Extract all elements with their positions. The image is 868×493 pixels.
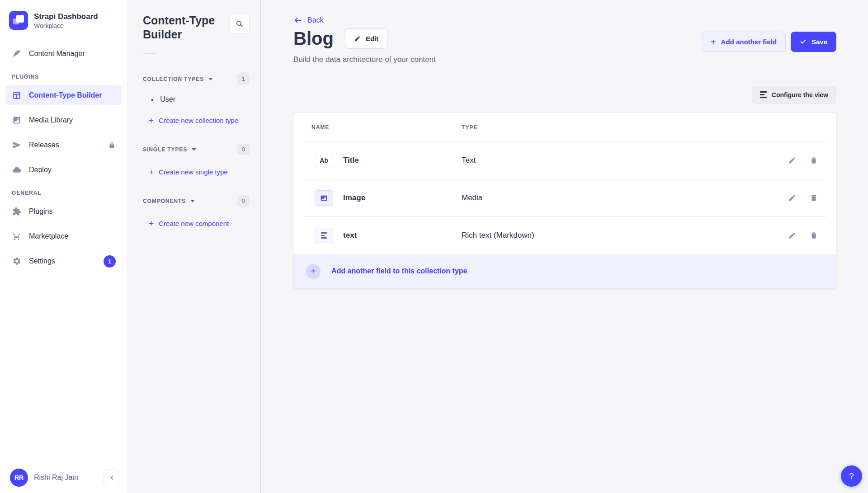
sidebar-nav: Content Manager PLUGINS Content-Type Bui… — [0, 40, 127, 462]
trash-icon — [810, 194, 818, 202]
text-field-icon-label: Ab — [320, 157, 328, 164]
add-another-field-button[interactable]: + Add another field — [702, 32, 786, 52]
components-count-badge: 0 — [237, 195, 250, 207]
create-new-component-link[interactable]: + Create new component — [143, 219, 250, 228]
field-name: text — [343, 231, 357, 240]
collection-types-section-header[interactable]: COLLECTION TYPES 1 — [143, 73, 250, 85]
chevron-left-icon — [109, 474, 115, 481]
sidebar-item-content-type-builder[interactable]: Content-Type Builder — [5, 85, 122, 105]
sidebar-item-label: Deploy — [29, 166, 52, 174]
sidebar-item-label: Content-Type Builder — [29, 91, 102, 99]
save-label: Save — [811, 38, 827, 46]
field-type: Text — [462, 156, 788, 165]
back-link[interactable]: Back — [293, 16, 324, 25]
delete-field-button[interactable] — [809, 193, 818, 202]
bullet-icon: • — [151, 96, 153, 103]
create-new-single-type-link[interactable]: + Create new single type — [143, 168, 250, 176]
configure-view-label: Configure the view — [772, 91, 828, 99]
add-field-to-collection-button[interactable]: + Add another field to this collection t… — [293, 254, 836, 288]
gear-icon — [12, 256, 22, 266]
page-title: Blog — [293, 28, 334, 49]
lock-icon — [108, 141, 116, 149]
sidebar-item-media-library[interactable]: Media Library — [5, 110, 122, 130]
help-button[interactable]: ? — [841, 465, 862, 487]
components-label: COMPONENTS — [143, 198, 186, 204]
chevron-down-icon — [190, 200, 195, 202]
add-field-to-collection-label: Add another field to this collection typ… — [331, 267, 467, 275]
column-header-name: NAME — [311, 124, 462, 131]
sidebar-section-plugins: PLUGINS — [12, 74, 116, 80]
pencil-icon — [788, 231, 796, 239]
sidebar-item-releases[interactable]: Releases — [5, 135, 122, 155]
collection-types-label: COLLECTION TYPES — [143, 76, 204, 82]
strapi-logo-icon — [9, 11, 28, 30]
plus-icon: + — [711, 38, 716, 47]
configure-the-view-button[interactable]: Configure the view — [752, 86, 836, 103]
cloud-icon — [12, 165, 22, 175]
search-button[interactable] — [229, 14, 250, 34]
edit-button[interactable]: Edit — [345, 28, 387, 49]
field-name: Title — [343, 156, 359, 165]
components-section-header[interactable]: COMPONENTS 0 — [143, 195, 250, 207]
content-type-builder-subnav: Content-Type Builder COLLECTION TYPES 1 … — [128, 0, 261, 493]
back-label: Back — [307, 16, 324, 24]
main-sidebar: Strapi Dashboard Workplace Content Manag… — [0, 0, 128, 493]
fields-table-card: NAME TYPE Ab Title Text — [293, 113, 836, 288]
subnav-title: Content-Type Builder — [143, 14, 217, 42]
edit-label: Edit — [366, 35, 378, 42]
app-window: Strapi Dashboard Workplace Content Manag… — [0, 0, 868, 493]
create-link-label: Create new collection type — [159, 117, 238, 124]
plus-icon: + — [149, 168, 154, 176]
user-name: Rishi Raj Jain — [34, 474, 78, 482]
edit-field-button[interactable] — [788, 156, 797, 165]
pencil-icon — [788, 194, 796, 202]
table-header: NAME TYPE — [293, 113, 836, 141]
plus-icon: + — [149, 219, 154, 228]
collection-type-item-user[interactable]: • User — [143, 95, 250, 103]
chevron-down-icon — [192, 148, 196, 151]
sidebar-item-label: Settings — [29, 257, 55, 265]
text-field-icon: Ab — [315, 153, 333, 168]
create-new-collection-type-link[interactable]: + Create new collection type — [143, 116, 250, 125]
create-link-label: Create new single type — [159, 168, 228, 176]
media-field-icon — [315, 190, 333, 206]
single-types-section-header[interactable]: SINGLE TYPES 0 — [143, 144, 250, 155]
pencil-icon — [354, 35, 361, 42]
table-row[interactable]: Ab Title Text — [293, 142, 836, 179]
paper-plane-icon — [12, 140, 22, 150]
table-row[interactable]: text Rich text (Markdown) — [293, 217, 836, 254]
single-types-count-badge: 0 — [237, 144, 250, 155]
edit-field-button[interactable] — [788, 193, 797, 202]
sidebar-item-content-manager[interactable]: Content Manager — [5, 44, 122, 64]
feather-pen-icon — [12, 49, 22, 59]
edit-field-button[interactable] — [788, 231, 797, 240]
richtext-field-icon — [315, 228, 333, 243]
sidebar-user-footer: RR Rishi Raj Jain — [0, 462, 127, 493]
chevron-down-icon — [208, 78, 213, 80]
sidebar-item-settings[interactable]: Settings 1 — [5, 251, 122, 271]
table-row[interactable]: Image Media — [293, 179, 836, 216]
search-icon — [236, 20, 243, 28]
sidebar-item-marketplace[interactable]: Marketplace — [5, 226, 122, 246]
delete-field-button[interactable] — [809, 156, 818, 165]
trash-icon — [810, 231, 818, 239]
arrow-left-icon — [293, 16, 302, 25]
column-header-type: TYPE — [462, 124, 818, 131]
filter-lines-icon — [760, 91, 767, 98]
workspace-brand[interactable]: Strapi Dashboard Workplace — [0, 0, 127, 40]
shopping-cart-icon — [12, 231, 22, 241]
collapse-sidebar-button[interactable] — [104, 470, 120, 486]
app-title: Strapi Dashboard — [34, 12, 98, 21]
settings-notification-badge: 1 — [104, 255, 116, 268]
sidebar-item-deploy[interactable]: Deploy — [5, 160, 122, 180]
avatar[interactable]: RR — [10, 469, 28, 487]
question-mark-icon: ? — [849, 471, 854, 481]
divider — [143, 53, 156, 54]
trash-icon — [810, 156, 818, 164]
delete-field-button[interactable] — [809, 231, 818, 240]
sidebar-item-label: Marketplace — [29, 232, 68, 240]
sidebar-item-plugins[interactable]: Plugins — [5, 202, 122, 221]
collection-type-item-label: User — [160, 95, 175, 103]
add-another-field-label: Add another field — [721, 38, 777, 46]
save-button[interactable]: Save — [791, 32, 836, 52]
